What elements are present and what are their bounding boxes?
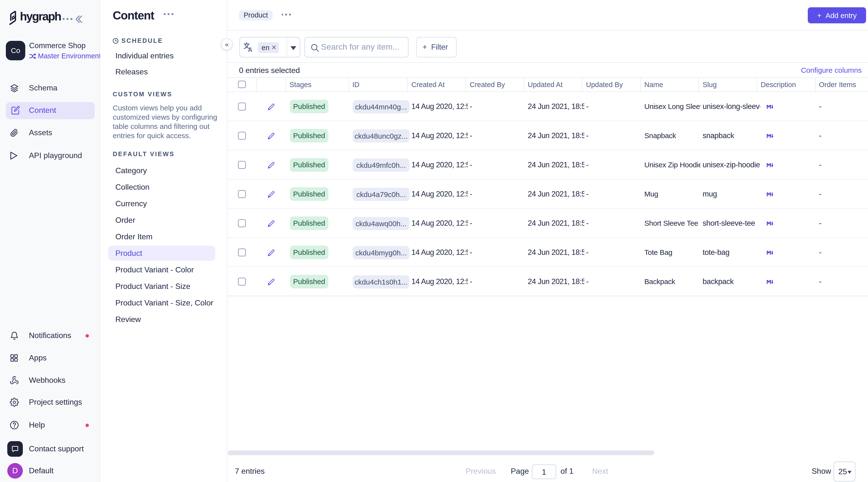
svg-text:A: A: [248, 46, 252, 53]
